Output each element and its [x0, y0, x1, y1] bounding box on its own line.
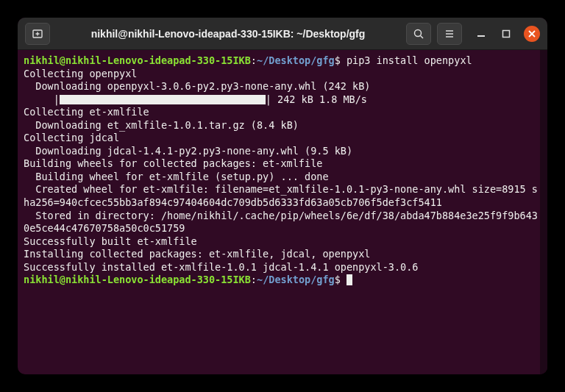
titlebar[interactable]: nikhil@nikhil-Lenovo-ideapad-330-15IKB: … [18, 18, 547, 50]
prompt-dollar: $ [335, 274, 341, 285]
new-tab-icon [32, 28, 43, 40]
prompt-colon: : [251, 274, 257, 285]
output-line: Collecting openpyxl [24, 68, 541, 81]
output-line: Installing collected packages: et-xmlfil… [24, 248, 541, 261]
svg-line-4 [421, 35, 424, 38]
prompt-path: ~/Desktop/gfg [257, 274, 335, 285]
output-line: Stored in directory: /home/nikhil/.cache… [24, 210, 541, 235]
output-line: Created wheel for et-xmlfile: filename=e… [24, 183, 541, 209]
search-button[interactable] [406, 23, 431, 45]
prompt-user-host: nikhil@nikhil-Lenovo-ideapad-330-15IKB [24, 54, 251, 66]
prompt-dollar: $ [335, 54, 341, 66]
menu-button[interactable] [437, 23, 462, 45]
output-line: Collecting jdcal [24, 132, 541, 145]
window-controls [468, 26, 540, 42]
cursor [347, 274, 352, 285]
window-title: nikhil@nikhil-Lenovo-ideapad-330-15IKB: … [56, 28, 400, 40]
terminal-body[interactable]: nikhil@nikhil-Lenovo-ideapad-330-15IKB:~… [18, 50, 547, 374]
terminal-window: nikhil@nikhil-Lenovo-ideapad-330-15IKB: … [18, 18, 547, 374]
search-icon [413, 28, 424, 40]
prompt-line-2: nikhil@nikhil-Lenovo-ideapad-330-15IKB:~… [24, 274, 541, 287]
new-tab-button[interactable] [25, 23, 50, 45]
minimize-button[interactable] [474, 26, 488, 41]
output-line: Downloading openpyxl-3.0.6-py2.py3-none-… [24, 80, 541, 93]
prompt-user-host: nikhil@nikhil-Lenovo-ideapad-330-15IKB [24, 274, 251, 285]
maximize-icon [502, 29, 511, 38]
close-icon [527, 29, 536, 38]
prompt-line-1: nikhil@nikhil-Lenovo-ideapad-330-15IKB:~… [24, 54, 541, 68]
output-line: Downloading et_xmlfile-1.0.1.tar.gz (8.4… [24, 119, 541, 132]
progress-suffix: | 242 kB 1.8 MB/s [266, 93, 367, 105]
maximize-button[interactable] [499, 26, 514, 41]
close-button[interactable] [524, 26, 540, 42]
output-line: Collecting et-xmlfile [24, 106, 541, 119]
output-line: Building wheel for et-xmlfile (setup.py)… [24, 171, 541, 184]
progress-line: || 242 kB 1.8 MB/s [24, 93, 541, 107]
output-line: Downloading jdcal-1.4.1-py2.py3-none-any… [24, 145, 541, 158]
prompt-path: ~/Desktop/gfg [257, 54, 335, 66]
svg-point-3 [415, 29, 422, 36]
minimize-icon [477, 29, 486, 38]
output-line: Successfully built et-xmlfile [24, 235, 541, 249]
output-line: Successfully installed et-xmlfile-1.0.1 … [24, 261, 541, 274]
progress-bar [60, 95, 266, 104]
command-text: pip3 install openpyxl [347, 54, 472, 66]
hamburger-icon [444, 28, 455, 40]
prompt-colon: : [251, 54, 257, 66]
output-line: Building wheels for collected packages: … [24, 157, 541, 171]
progress-prefix: | [24, 93, 60, 105]
svg-rect-9 [503, 30, 510, 37]
